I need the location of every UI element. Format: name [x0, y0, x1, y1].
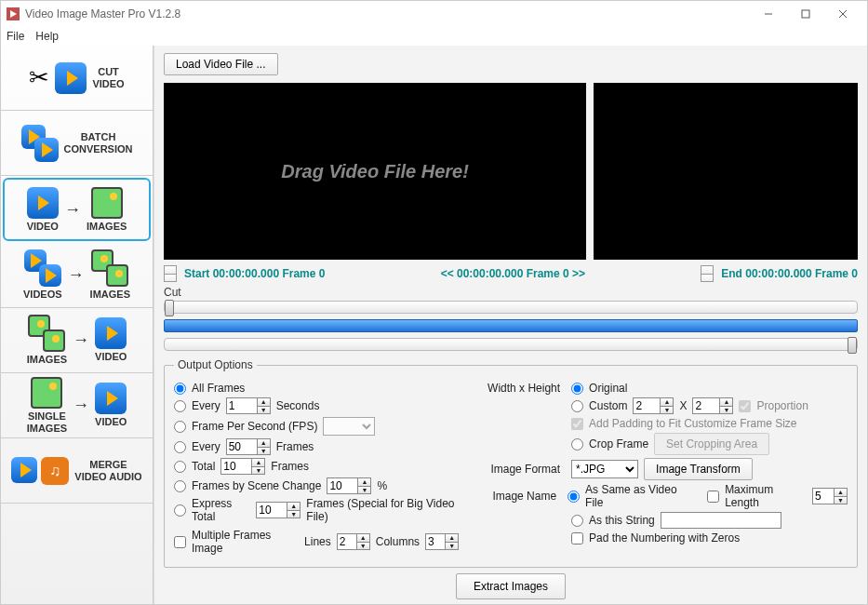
slider-thumb[interactable]	[848, 337, 857, 354]
spinner[interactable]: ▲▼	[258, 397, 271, 414]
scene-change-field[interactable]	[327, 477, 358, 494]
menubar: File Help	[1, 27, 867, 46]
image-transform-button[interactable]: Image Transform	[644, 458, 753, 480]
express-total-field[interactable]	[256, 502, 287, 518]
radio-wh-crop[interactable]	[571, 438, 583, 450]
columns-field[interactable]	[425, 533, 446, 550]
picture-icon	[91, 187, 123, 219]
total-frames-field[interactable]	[220, 458, 252, 475]
set-cropping-button[interactable]: Set Cropping Area	[654, 433, 769, 455]
radio-express-total[interactable]	[174, 504, 186, 517]
spinner[interactable]: ▲▼	[358, 477, 371, 494]
menu-help[interactable]: Help	[35, 30, 59, 43]
padding-checkbox[interactable]	[571, 418, 583, 430]
play-stack-icon	[24, 249, 61, 287]
end-slider[interactable]	[164, 338, 858, 351]
picture-stack-icon	[28, 315, 65, 352]
arrow-icon: →	[68, 265, 85, 285]
output-options: Output Options All Frames Every ▲▼ Secon…	[164, 358, 858, 568]
spinner[interactable]: ▲▼	[258, 438, 271, 455]
load-video-button[interactable]: Load Video File ...	[164, 53, 278, 75]
preview-left[interactable]: Drag Video File Here!	[164, 83, 586, 260]
custom-height-field[interactable]	[692, 397, 720, 414]
radio-total[interactable]	[174, 461, 186, 473]
range-bar	[164, 319, 858, 332]
picture-icon	[31, 377, 62, 409]
sidebar: ✂ CUT VIDEO BATCH CONVERSION VIDEO → IMA…	[1, 46, 154, 605]
window-title: Video Image Master Pro V1.2.8	[25, 7, 180, 20]
arrow-icon: →	[64, 200, 81, 220]
name-string-field[interactable]	[661, 512, 781, 529]
tool-batch-conversion[interactable]: BATCH CONVERSION	[1, 111, 153, 176]
radio-scene-change[interactable]	[174, 480, 186, 492]
radio-every-seconds[interactable]	[174, 400, 186, 412]
minimize-button[interactable]	[750, 1, 787, 27]
mid-time: << 00:00:00.000 Frame 0 >>	[441, 267, 585, 280]
custom-width-field[interactable]	[633, 397, 661, 414]
radio-name-string[interactable]	[571, 515, 583, 527]
maxlen-checkbox[interactable]	[707, 491, 719, 503]
output-legend: Output Options	[174, 358, 257, 371]
svg-rect-3	[802, 10, 809, 18]
picture-stack-icon	[91, 249, 128, 287]
arrow-icon: →	[73, 396, 89, 415]
tool-single-images-to-video[interactable]: SINGLE IMAGES → VIDEO	[1, 373, 153, 438]
tool-merge-video-audio[interactable]: ♫ MERGE VIDEO AUDIO	[1, 438, 153, 504]
radio-name-same[interactable]	[568, 491, 580, 503]
radio-every-frames[interactable]	[174, 441, 186, 453]
play-icon	[95, 383, 127, 414]
tool-label: BATCH CONVERSION	[64, 131, 133, 154]
drag-hint: Drag Video File Here!	[281, 161, 469, 182]
play-icon	[95, 317, 127, 349]
play-icon	[55, 62, 87, 94]
every-seconds-field[interactable]	[226, 397, 258, 414]
tool-cut-video[interactable]: ✂ CUT VIDEO	[1, 46, 153, 111]
proportion-checkbox[interactable]	[739, 400, 751, 412]
arrow-icon: →	[73, 330, 89, 350]
spinner[interactable]: ▲▼	[252, 458, 265, 475]
cut-slider[interactable]	[164, 301, 858, 314]
stack-icon	[21, 125, 59, 162]
close-button[interactable]	[824, 1, 861, 27]
spinner[interactable]: ▲▼	[661, 397, 674, 414]
menu-file[interactable]: File	[7, 30, 24, 43]
scissor-icon: ✂	[29, 63, 49, 92]
radio-fps[interactable]	[174, 421, 186, 433]
radio-wh-original[interactable]	[571, 383, 583, 395]
maxlen-field[interactable]	[812, 488, 835, 504]
tool-video-to-images[interactable]: VIDEO → IMAGES	[3, 178, 151, 241]
start-time: Start 00:00:00.000 Frame 0	[184, 267, 325, 280]
maximize-button[interactable]	[787, 1, 824, 27]
radio-wh-custom[interactable]	[571, 400, 583, 412]
spinner[interactable]: ▲▼	[357, 533, 370, 550]
tool-label: CUT VIDEO	[92, 66, 124, 88]
image-format-select[interactable]: *.JPG	[571, 460, 638, 478]
spinner[interactable]: ▲▼	[720, 397, 733, 414]
extract-images-button[interactable]: Extract Images	[456, 573, 566, 599]
radio-all-frames[interactable]	[174, 383, 186, 395]
app-icon	[7, 7, 20, 20]
preview-right[interactable]	[594, 83, 858, 260]
fps-select[interactable]	[323, 417, 375, 436]
play-icon	[27, 187, 59, 219]
end-time: End 00:00:00.000 Frame 0	[721, 267, 858, 280]
content: Load Video File ... Drag Video File Here…	[154, 46, 867, 605]
spinner[interactable]: ▲▼	[835, 488, 848, 504]
start-frame-spinner[interactable]	[164, 265, 177, 282]
spinner[interactable]: ▲▼	[446, 533, 459, 550]
titlebar: Video Image Master Pro V1.2.8	[1, 1, 867, 27]
tool-images-to-video[interactable]: IMAGES → VIDEO	[1, 308, 153, 373]
slider-thumb[interactable]	[165, 300, 174, 316]
spinner[interactable]: ▲▼	[287, 502, 300, 518]
play-icon	[11, 457, 37, 483]
lines-field[interactable]	[337, 533, 357, 550]
music-icon: ♫	[41, 457, 69, 485]
cut-label: Cut	[164, 286, 858, 299]
tool-videos-to-images[interactable]: VIDEOS → IMAGES	[1, 243, 153, 308]
every-frames-field[interactable]	[226, 438, 258, 455]
end-frame-spinner[interactable]	[701, 265, 714, 282]
multi-frames-checkbox[interactable]	[174, 536, 186, 548]
pad-zeros-checkbox[interactable]	[571, 532, 583, 544]
